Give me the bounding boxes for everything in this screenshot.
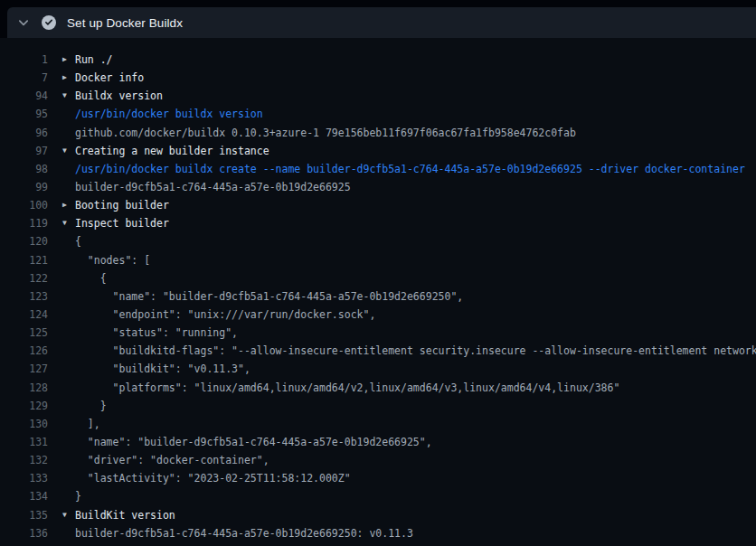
line-number[interactable]: 131 <box>0 433 48 451</box>
line-number[interactable]: 1 <box>0 51 48 69</box>
log-line: 125 "status": "running", <box>0 324 756 342</box>
line-number[interactable]: 135 <box>0 506 48 524</box>
group-title[interactable]: Run ./ <box>75 51 756 69</box>
log-group-line[interactable]: 135▼BuildKit version <box>0 506 756 524</box>
line-number[interactable]: 130 <box>0 415 48 433</box>
line-number[interactable]: 119 <box>0 214 48 232</box>
toggle-spacer <box>62 232 75 250</box>
group-title[interactable]: Booting builder <box>75 196 756 214</box>
log-line: 120{ <box>0 232 756 250</box>
toggle-spacer <box>62 342 75 360</box>
toggle-spacer <box>62 287 75 306</box>
log-text: { <box>75 232 756 250</box>
toggle-spacer <box>62 397 75 415</box>
line-number[interactable]: 134 <box>0 487 48 505</box>
line-number[interactable]: 96 <box>0 124 48 142</box>
log-line: 129 } <box>0 397 756 415</box>
log-text: } <box>75 397 756 415</box>
step-status-success-icon <box>42 15 56 30</box>
log-text: "driver": "docker-container", <box>75 451 756 469</box>
log-text: "nodes": [ <box>75 251 756 269</box>
log-text: "name": "builder-d9cfb5a1-c764-445a-a57e… <box>75 433 756 451</box>
command-text: /usr/bin/docker buildx create --name bui… <box>75 160 756 178</box>
log-line: 99builder-d9cfb5a1-c764-445a-a57e-0b19d2… <box>0 178 756 196</box>
line-number[interactable]: 136 <box>0 524 48 542</box>
log-line: 128 "platforms": "linux/amd64,linux/amd6… <box>0 379 756 397</box>
toggle-spacer <box>62 433 75 451</box>
line-number[interactable]: 122 <box>0 269 48 287</box>
log-text: "platforms": "linux/amd64,linux/amd64/v2… <box>75 379 756 397</box>
line-number[interactable]: 99 <box>0 178 48 196</box>
group-collapse-icon[interactable]: ▼ <box>62 214 75 232</box>
group-expand-icon[interactable]: ▶ <box>62 51 75 69</box>
line-number[interactable]: 97 <box>0 142 48 160</box>
line-number[interactable]: 7 <box>0 69 48 87</box>
toggle-spacer <box>62 524 75 542</box>
command-text: /usr/bin/docker buildx version <box>75 105 756 123</box>
line-number[interactable]: 121 <box>0 251 48 269</box>
log-group-line[interactable]: 97▼Creating a new builder instance <box>0 142 756 160</box>
group-title[interactable]: Creating a new builder instance <box>75 142 756 160</box>
log-group-line[interactable]: 119▼Inspect builder <box>0 214 756 232</box>
line-number[interactable]: 129 <box>0 397 48 415</box>
log-line: 127 "buildkit": "v0.11.3", <box>0 360 756 378</box>
line-number[interactable]: 126 <box>0 342 48 360</box>
group-expand-icon[interactable]: ▶ <box>62 196 75 214</box>
line-number[interactable]: 95 <box>0 105 48 123</box>
group-collapse-icon[interactable]: ▼ <box>62 87 75 105</box>
log-text: builder-d9cfb5a1-c764-445a-a57e-0b19d2e6… <box>75 524 756 542</box>
group-title[interactable]: Inspect builder <box>75 214 756 232</box>
line-number[interactable]: 98 <box>0 160 48 178</box>
log-text: "buildkit": "v0.11.3", <box>75 360 756 378</box>
log-group-line[interactable]: 100▶Booting builder <box>0 196 756 214</box>
log-text: } <box>75 487 756 505</box>
group-title[interactable]: Buildx version <box>75 87 756 105</box>
toggle-spacer <box>62 306 75 324</box>
line-number[interactable]: 128 <box>0 379 48 397</box>
log-line: 98/usr/bin/docker buildx create --name b… <box>0 160 756 178</box>
log-line: 133 "lastActivity": "2023-02-25T11:58:12… <box>0 469 756 487</box>
line-number[interactable]: 120 <box>0 232 48 250</box>
group-expand-icon[interactable]: ▶ <box>62 69 75 87</box>
line-number[interactable]: 100 <box>0 196 48 214</box>
toggle-spacer <box>62 124 75 142</box>
toggle-spacer <box>62 251 75 269</box>
group-collapse-icon[interactable]: ▼ <box>62 506 75 524</box>
line-number[interactable]: 133 <box>0 469 48 487</box>
log-group-line[interactable]: 1▶Run ./ <box>0 51 756 69</box>
line-number[interactable]: 127 <box>0 360 48 378</box>
toggle-spacer <box>62 379 75 397</box>
log-text: { <box>75 269 756 287</box>
log-line: 136builder-d9cfb5a1-c764-445a-a57e-0b19d… <box>0 524 756 542</box>
line-number[interactable]: 123 <box>0 287 48 306</box>
log-text: ], <box>75 415 756 433</box>
group-title[interactable]: BuildKit version <box>75 506 756 524</box>
toggle-spacer <box>62 178 75 196</box>
toggle-spacer <box>62 324 75 342</box>
log-group-line[interactable]: 7▶Docker info <box>0 69 756 87</box>
line-number[interactable]: 94 <box>0 87 48 105</box>
line-number[interactable]: 132 <box>0 451 48 469</box>
workflow-log-panel: Set up Docker Buildx 1▶Run ./7▶Docker in… <box>0 0 756 546</box>
log-text: "status": "running", <box>75 324 756 342</box>
group-collapse-icon[interactable]: ▼ <box>62 142 75 160</box>
log-text: "lastActivity": "2023-02-25T11:58:12.000… <box>75 469 756 487</box>
toggle-spacer <box>62 451 75 469</box>
line-number[interactable]: 125 <box>0 324 48 342</box>
log-group-line[interactable]: 94▼Buildx version <box>0 87 756 105</box>
log-text: builder-d9cfb5a1-c764-445a-a57e-0b19d2e6… <box>75 178 756 196</box>
log-line: 122 { <box>0 269 756 287</box>
toggle-spacer <box>62 360 75 378</box>
log-line: 130 ], <box>0 415 756 433</box>
log-line: 121 "nodes": [ <box>0 251 756 269</box>
toggle-spacer <box>62 160 75 178</box>
group-title[interactable]: Docker info <box>75 69 756 87</box>
step-header[interactable]: Set up Docker Buildx <box>7 7 756 38</box>
toggle-spacer <box>62 269 75 287</box>
line-number[interactable]: 124 <box>0 306 48 324</box>
toggle-spacer <box>62 105 75 123</box>
log-line: 96github.com/docker/buildx 0.10.3+azure-… <box>0 124 756 142</box>
chevron-down-icon[interactable] <box>17 16 30 29</box>
log-text: "buildkitd-flags": "--allow-insecure-ent… <box>75 342 756 360</box>
log-text: "endpoint": "unix:///var/run/docker.sock… <box>75 306 756 324</box>
